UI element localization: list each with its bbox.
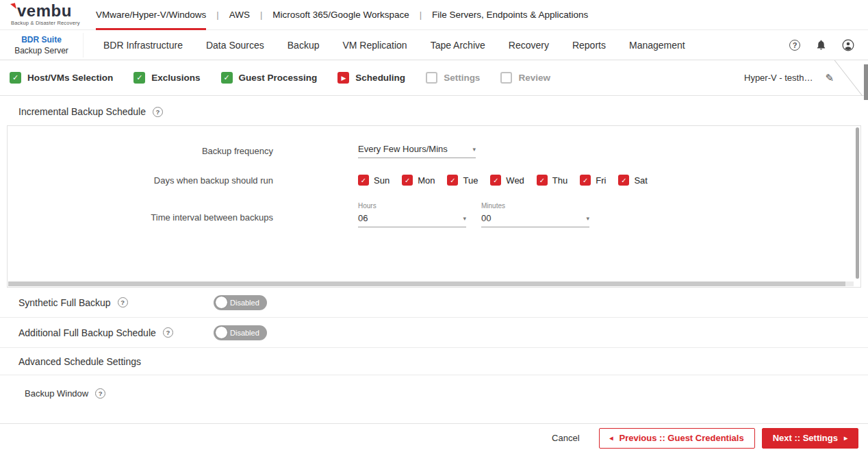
logo-text: vembu bbox=[17, 3, 72, 19]
wizard-step-settings[interactable]: Settings bbox=[426, 72, 480, 84]
checkbox-checked-icon: ✓ bbox=[580, 175, 591, 186]
page: { "icons": { "help": "?", "caret": "▾", … bbox=[0, 0, 868, 452]
check-glyph: ✓ bbox=[539, 177, 545, 184]
edit-job-name-button[interactable]: ✎ bbox=[825, 72, 834, 84]
menu-backup[interactable]: Backup bbox=[276, 30, 331, 60]
menu-reports[interactable]: Reports bbox=[561, 30, 617, 60]
menu-recovery[interactable]: Recovery bbox=[497, 30, 561, 60]
step-label: Guest Processing bbox=[239, 73, 318, 83]
job-name-tab: Hyper-V - testh… ✎ bbox=[744, 60, 868, 95]
step-label: Settings bbox=[444, 73, 480, 83]
job-name: Hyper-V - testh… bbox=[744, 73, 813, 83]
vembu-logo[interactable]: vembu Backup & Disaster Recovery bbox=[0, 0, 85, 29]
additional-full-backup-toggle[interactable]: Disabled bbox=[214, 325, 267, 340]
step-label: Exclusions bbox=[151, 73, 200, 83]
checkbox-empty-icon bbox=[426, 72, 437, 84]
user-account-button[interactable] bbox=[842, 39, 854, 51]
checkbox-checked-icon: ✓ bbox=[358, 175, 369, 186]
help-icon[interactable]: ? bbox=[118, 297, 128, 307]
menu-data-sources[interactable]: Data Sources bbox=[194, 30, 276, 60]
wizard-step-host-vms-selection[interactable]: ✓ Host/VMs Selection bbox=[10, 72, 113, 84]
backup-frequency-field: Every Few Hours/Mins ▾ bbox=[358, 144, 476, 158]
panel-vertical-scrollbar[interactable] bbox=[856, 127, 859, 279]
check-glyph: ✓ bbox=[223, 73, 229, 82]
backup-days-group: ✓ Sun ✓ Mon ✓ Tue ✓ Wed ✓ Thu bbox=[358, 175, 648, 186]
incremental-schedule-header: Incremental Backup Schedule ? bbox=[0, 96, 868, 125]
nav-file-servers-endpoints[interactable]: File Servers, Endpoints & Applications bbox=[432, 0, 588, 30]
horizontal-scrollbar-thumb[interactable] bbox=[8, 281, 845, 286]
check-glyph: ✓ bbox=[12, 73, 18, 82]
day-checkbox-thu[interactable]: ✓ Thu bbox=[537, 175, 567, 186]
wizard-step-review[interactable]: Review bbox=[500, 72, 550, 84]
nav-aws[interactable]: AWS bbox=[229, 0, 250, 30]
hours-select[interactable]: 06 ▾ bbox=[358, 213, 466, 227]
menu-management[interactable]: Management bbox=[617, 30, 697, 60]
next-settings-button[interactable]: Next :: Settings ▸ bbox=[762, 428, 858, 449]
product-name: BDR Suite bbox=[0, 35, 83, 45]
synthetic-full-backup-toggle[interactable]: Disabled bbox=[214, 295, 267, 310]
additional-full-backup-label: Additional Full Backup Schedule bbox=[18, 327, 156, 338]
help-icon[interactable]: ? bbox=[153, 107, 163, 117]
logo-tagline: Backup & Disaster Recovery bbox=[11, 20, 85, 26]
checkbox-checked-icon: ✓ bbox=[490, 175, 501, 186]
wizard-step-guest-processing[interactable]: ✓ Guest Processing bbox=[221, 72, 318, 84]
check-glyph: ✓ bbox=[361, 177, 366, 184]
notifications-button[interactable] bbox=[815, 39, 827, 51]
app-bar: BDR Suite Backup Server BDR Infrastructu… bbox=[0, 30, 868, 60]
backup-days-label: Days when backup should run bbox=[8, 175, 273, 186]
nav-vmware-hyperv-windows[interactable]: VMware/Hyper-V/Windows bbox=[96, 0, 206, 30]
synthetic-full-backup-label: Synthetic Full Backup bbox=[18, 297, 111, 308]
previous-guest-credentials-button[interactable]: ◂ Previous :: Guest Credentials bbox=[599, 428, 755, 449]
backup-window-label: Backup Window bbox=[25, 388, 88, 399]
advanced-schedule-settings-row[interactable]: Advanced Schedule Settings bbox=[0, 348, 868, 375]
day-checkbox-sat[interactable]: ✓ Sat bbox=[618, 175, 648, 186]
day-checkbox-tue[interactable]: ✓ Tue bbox=[447, 175, 478, 186]
chevron-right-icon: ▸ bbox=[844, 434, 847, 442]
toggle-knob bbox=[215, 326, 228, 339]
day-checkbox-sun[interactable]: ✓ Sun bbox=[358, 175, 390, 186]
backup-frequency-label: Backup frequency bbox=[8, 146, 273, 156]
wizard-step-scheduling[interactable]: ▶ Scheduling bbox=[337, 72, 405, 84]
caret-down-icon: ▾ bbox=[586, 215, 589, 222]
section-title: Incremental Backup Schedule bbox=[18, 106, 146, 117]
day-checkbox-fri[interactable]: ✓ Fri bbox=[580, 175, 606, 186]
checkbox-checked-icon: ✓ bbox=[447, 175, 458, 186]
backup-window-row: Backup Window ? bbox=[0, 375, 868, 399]
check-glyph: ✓ bbox=[450, 177, 455, 184]
backup-days-row: Days when backup should run ✓ Sun ✓ Mon … bbox=[8, 175, 860, 186]
step-label: Host/VMs Selection bbox=[27, 73, 113, 83]
hours-value: 06 bbox=[358, 213, 368, 223]
menu-vm-replication[interactable]: VM Replication bbox=[331, 30, 418, 60]
backup-frequency-select[interactable]: Every Few Hours/Mins ▾ bbox=[358, 144, 476, 158]
advanced-schedule-settings-label: Advanced Schedule Settings bbox=[18, 356, 141, 367]
day-checkbox-wed[interactable]: ✓ Wed bbox=[490, 175, 524, 186]
menu-bdr-infrastructure[interactable]: BDR Infrastructure bbox=[92, 30, 194, 60]
previous-button-label: Previous :: Guest Credentials bbox=[620, 433, 744, 443]
checkbox-checked-icon: ✓ bbox=[221, 72, 233, 84]
day-label: Thu bbox=[552, 175, 567, 186]
nav-microsoft365-google[interactable]: Microsoft 365/Google Workspace bbox=[272, 0, 409, 30]
cancel-button[interactable]: Cancel bbox=[552, 433, 579, 443]
hours-select-group: Hours 06 ▾ bbox=[358, 202, 466, 227]
backup-frequency-value: Every Few Hours/Mins bbox=[358, 144, 448, 154]
page-scrollbar-thumb[interactable] bbox=[864, 64, 868, 100]
day-checkbox-mon[interactable]: ✓ Mon bbox=[402, 175, 435, 186]
step-label: Review bbox=[518, 73, 550, 83]
user-icon bbox=[842, 39, 854, 51]
minutes-select[interactable]: 00 ▾ bbox=[481, 213, 589, 227]
current-step-play-icon: ▶ bbox=[337, 72, 349, 84]
toggle-knob bbox=[215, 296, 228, 309]
help-icon[interactable]: ? bbox=[163, 327, 173, 338]
help-icon[interactable]: ? bbox=[95, 388, 105, 399]
synthetic-full-backup-head: Synthetic Full Backup ? bbox=[18, 297, 214, 308]
help-button[interactable]: ? bbox=[789, 40, 800, 51]
nav-separator: | bbox=[216, 10, 218, 20]
help-icon: ? bbox=[789, 40, 800, 51]
time-interval-row: Time interval between backups Hours 06 ▾… bbox=[8, 202, 860, 227]
menu-tape-archive[interactable]: Tape Archive bbox=[419, 30, 497, 60]
product-nav: VMware/Hyper-V/Windows | AWS | Microsoft… bbox=[96, 0, 588, 29]
play-glyph: ▶ bbox=[341, 75, 346, 81]
edit-icon: ✎ bbox=[825, 72, 834, 84]
wizard-step-exclusions[interactable]: ✓ Exclusions bbox=[133, 72, 200, 84]
panel-horizontal-scrollbar[interactable] bbox=[8, 281, 854, 286]
